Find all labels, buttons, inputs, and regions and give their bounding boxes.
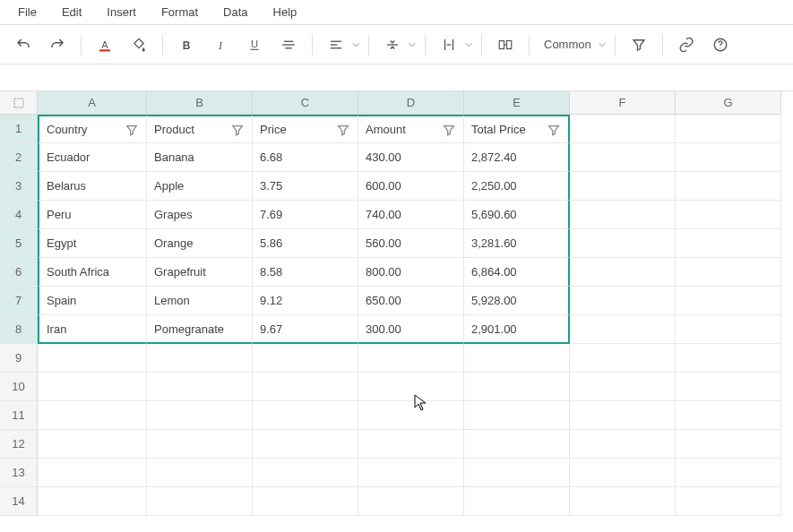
row-header-9[interactable]: 9 [0,344,38,373]
help-button[interactable] [704,30,737,59]
cell-C12[interactable] [253,430,358,459]
cell-C7[interactable]: 9.12 [253,287,358,315]
column-header-A[interactable]: A [38,91,147,115]
filter-icon[interactable] [336,123,350,137]
redo-button[interactable] [41,30,73,59]
cell-F8[interactable] [570,315,676,344]
strikethrough-button[interactable] [272,30,305,59]
cell-A8[interactable]: Iran [38,315,147,344]
undo-button[interactable] [7,30,39,59]
cell-D11[interactable] [358,401,464,430]
vertical-align-button[interactable] [376,30,409,59]
row-header-6[interactable]: 6 [0,258,38,287]
cell-G3[interactable] [676,172,781,201]
cell-B8[interactable]: Pomegranate [147,315,253,344]
cell-C1[interactable]: Price [253,115,358,143]
cell-A14[interactable] [38,487,147,516]
filter-icon[interactable] [442,123,456,137]
cell-C13[interactable] [253,459,358,487]
cell-D7[interactable]: 650.00 [358,287,464,315]
cell-E4[interactable]: 5,690.60 [464,201,570,229]
italic-button[interactable]: I [204,30,237,59]
cell-F5[interactable] [570,229,676,258]
number-format-button[interactable]: Common [537,38,599,51]
row-header-14[interactable]: 14 [0,487,38,516]
row-header-10[interactable]: 10 [0,373,38,401]
cell-G13[interactable] [676,459,781,487]
row-header-13[interactable]: 13 [0,459,38,487]
cell-C14[interactable] [253,487,358,516]
filter-icon[interactable] [125,123,139,137]
filter-button[interactable] [623,30,655,59]
cell-G10[interactable] [676,373,781,401]
cell-F1[interactable] [570,115,676,143]
cell-E3[interactable]: 2,250.00 [464,172,570,201]
cell-D14[interactable] [358,487,464,516]
cell-A2[interactable]: Ecuador [38,143,147,172]
wrap-text-dropdown[interactable] [465,30,474,59]
cell-F11[interactable] [570,401,676,430]
menu-edit[interactable]: Edit [51,2,92,22]
cell-E5[interactable]: 3,281.60 [464,229,570,258]
cell-A5[interactable]: Egypt [38,229,147,258]
cell-A3[interactable]: Belarus [38,172,147,201]
cell-A7[interactable]: Spain [38,287,147,315]
menu-data[interactable]: Data [212,2,258,22]
cell-B9[interactable] [147,344,253,373]
cell-B5[interactable]: Orange [147,229,253,258]
menu-format[interactable]: Format [151,2,209,22]
row-header-3[interactable]: 3 [0,172,38,201]
cell-G2[interactable] [676,143,781,172]
column-header-G[interactable]: G [676,91,781,115]
cell-F3[interactable] [570,172,676,201]
cell-C4[interactable]: 7.69 [253,201,358,229]
vertical-align-dropdown[interactable] [409,30,418,59]
cell-G1[interactable] [676,115,781,143]
cell-F14[interactable] [570,487,676,516]
cell-D10[interactable] [358,373,464,401]
cell-B6[interactable]: Grapefruit [147,258,253,287]
cell-D1[interactable]: Amount [358,115,464,143]
cell-D13[interactable] [358,459,464,487]
cell-B12[interactable] [147,430,253,459]
cell-B3[interactable]: Apple [147,172,253,201]
column-header-D[interactable]: D [358,91,464,115]
cell-F9[interactable] [570,344,676,373]
row-header-1[interactable]: 1 [0,115,38,143]
cell-G4[interactable] [676,201,781,229]
cell-F6[interactable] [570,258,676,287]
column-header-C[interactable]: C [253,91,358,115]
cell-F13[interactable] [570,459,676,487]
cell-B11[interactable] [147,401,253,430]
column-header-F[interactable]: F [570,91,676,115]
cell-E10[interactable] [464,373,570,401]
cell-G14[interactable] [676,487,781,516]
cell-E9[interactable] [464,344,570,373]
row-header-12[interactable]: 12 [0,430,38,459]
row-header-8[interactable]: 8 [0,315,38,344]
number-format-dropdown[interactable] [599,30,608,59]
cell-C6[interactable]: 8.58 [253,258,358,287]
cell-F7[interactable] [570,287,676,315]
cell-F12[interactable] [570,430,676,459]
cell-A6[interactable]: South Africa [38,258,147,287]
cell-A11[interactable] [38,401,147,430]
cell-A9[interactable] [38,344,147,373]
row-header-7[interactable]: 7 [0,287,38,315]
cell-C2[interactable]: 6.68 [253,143,358,172]
cell-C8[interactable]: 9.67 [253,315,358,344]
cell-D8[interactable]: 300.00 [358,315,464,344]
select-all-corner[interactable] [0,91,38,115]
cell-G9[interactable] [676,344,781,373]
cell-E2[interactable]: 2,872.40 [464,143,570,172]
bold-button[interactable]: B [170,30,203,59]
underline-button[interactable]: U [238,30,271,59]
cell-C9[interactable] [253,344,358,373]
cell-A1[interactable]: Country [38,115,147,143]
cell-F10[interactable] [570,373,676,401]
column-header-B[interactable]: B [147,91,253,115]
cell-E11[interactable] [464,401,570,430]
cell-G5[interactable] [676,229,781,258]
cell-A4[interactable]: Peru [38,201,147,229]
row-header-4[interactable]: 4 [0,201,38,229]
